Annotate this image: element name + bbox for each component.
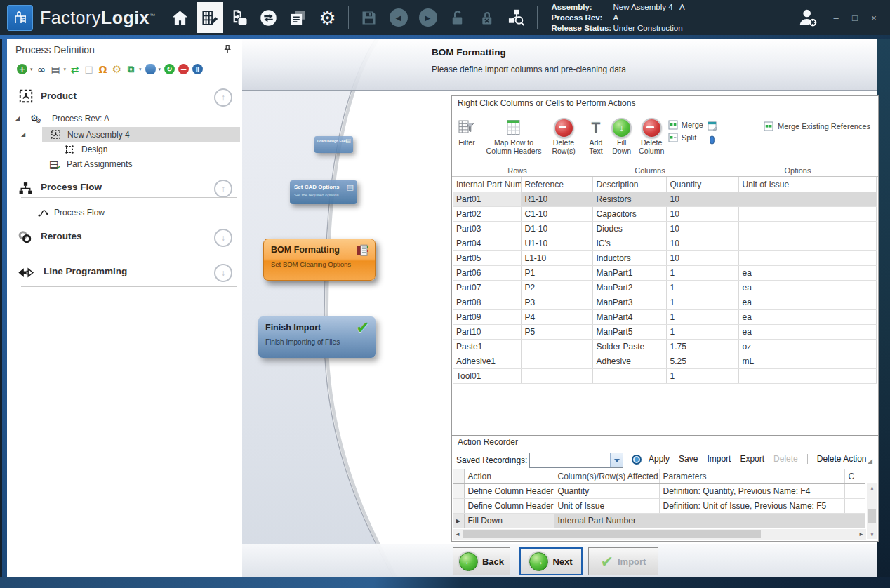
cell[interactable]: 1	[666, 266, 738, 281]
cell[interactable]: Define Column Header	[464, 499, 554, 514]
save-link[interactable]: Save	[679, 454, 698, 464]
cell[interactable]: 1.75	[666, 340, 738, 354]
table-row[interactable]: Part07P2ManPart21ea	[453, 281, 877, 295]
presentation-icon[interactable]: □	[84, 64, 94, 74]
delete-link[interactable]: Delete	[773, 454, 798, 464]
merge-existing-references-button[interactable]: Merge Existing References	[717, 116, 870, 131]
cell[interactable]: C1-10	[521, 207, 592, 222]
section-line-programming[interactable]: Line Programming ↓	[7, 262, 242, 283]
cell[interactable]: Part08	[453, 295, 521, 310]
cell[interactable]: Unit of Issue	[554, 499, 659, 514]
split-button[interactable]: Split	[668, 133, 703, 142]
cell[interactable]	[816, 207, 877, 222]
cell[interactable]	[521, 369, 592, 384]
cell[interactable]: Definition: Quantity, Previous Name: F4	[659, 484, 844, 499]
database-icon[interactable]	[145, 64, 156, 74]
cell[interactable]: 10	[666, 207, 738, 222]
cell[interactable]: 10	[666, 251, 738, 266]
column-header[interactable]: Unit of Issue	[738, 177, 816, 192]
cell[interactable]	[816, 310, 877, 325]
column-header[interactable]: Internal Part Numb...	[453, 177, 521, 192]
table-row[interactable]: Part08P3ManPart31ea	[453, 295, 877, 310]
add-icon[interactable]: +	[17, 64, 27, 74]
cell[interactable]: 1	[666, 281, 738, 295]
cell[interactable]	[738, 369, 816, 384]
add-text-button[interactable]: T Add Text	[583, 116, 609, 155]
cell[interactable]: ManPart4	[592, 310, 666, 325]
cell[interactable]: ManPart2	[592, 281, 666, 295]
settings-gear-icon[interactable]: ⚙	[314, 2, 341, 33]
history-icon[interactable]	[708, 135, 717, 145]
refresh-icon[interactable]: ↻	[164, 64, 175, 74]
column-header[interactable]: Reference	[521, 177, 592, 192]
find-icon[interactable]: ∞	[36, 64, 47, 74]
cell[interactable]: P2	[521, 281, 592, 295]
scroll-up-icon[interactable]: ∧	[867, 483, 877, 493]
tree-item-part-assignments[interactable]: ▤✔ Part Assignments	[7, 156, 242, 171]
back-icon[interactable]: ◄	[385, 2, 412, 33]
cell[interactable]	[816, 281, 877, 295]
map-row-to-column-headers-button[interactable]: Map Row to Column Headers	[481, 116, 546, 155]
cell[interactable]	[738, 192, 816, 207]
cell[interactable]	[592, 369, 666, 384]
cell[interactable]	[816, 222, 877, 236]
column-header[interactable]: Column(s)/Row(s) Affected	[554, 469, 659, 484]
section-product[interactable]: Product ↑	[7, 86, 242, 107]
cell[interactable]: ea	[738, 281, 816, 295]
scroll-thumb[interactable]	[463, 530, 761, 538]
alert-bell-icon[interactable]: Ω	[98, 64, 108, 74]
back-button[interactable]: ← Back	[453, 547, 510, 575]
cell[interactable]: 1	[666, 369, 738, 384]
table-row[interactable]: Paste1Solder Paste1.75oz	[453, 340, 877, 354]
cell[interactable]: Internal Part Number	[554, 514, 659, 528]
cell[interactable]: Paste1	[453, 340, 521, 354]
cell[interactable]: D1-10	[521, 222, 592, 236]
data-import-icon[interactable]	[226, 2, 253, 33]
next-button[interactable]: → Next	[519, 547, 583, 575]
cell[interactable]	[844, 484, 865, 499]
cell[interactable]: ManPart1	[592, 266, 666, 281]
cell[interactable]: 1	[666, 325, 738, 340]
cell[interactable]: Part05	[453, 251, 521, 266]
gear-icon[interactable]: ⚙	[112, 64, 122, 74]
cell[interactable]: ManPart3	[592, 295, 666, 310]
scroll-right-icon[interactable]: ►	[856, 529, 866, 540]
cell[interactable]	[521, 354, 592, 369]
maximize-button[interactable]: □	[849, 13, 861, 23]
column-header[interactable]: Quantity	[666, 177, 738, 192]
cell[interactable]: Solder Paste	[592, 340, 666, 354]
table-row[interactable]: Part04U1-10IC's10	[453, 236, 877, 251]
column-header[interactable]: Action	[464, 469, 554, 484]
table-row[interactable]: Part10P5ManPart51ea	[453, 325, 877, 340]
delete-column-button[interactable]: Delete Column	[635, 116, 668, 155]
cell[interactable]: ea	[738, 295, 816, 310]
chevron-down-icon[interactable]: ▾	[64, 67, 67, 72]
scroll-down-icon[interactable]: ∨	[867, 529, 877, 539]
filter-button[interactable]: Filter	[452, 116, 481, 147]
fill-down-button[interactable]: ↓ Fill Down	[609, 116, 635, 155]
collapse-up-icon[interactable]: ↑	[214, 180, 232, 198]
collapse-up-icon[interactable]: ↑	[214, 88, 232, 107]
saved-recordings-select[interactable]	[529, 453, 623, 468]
column-header[interactable]: Description	[592, 177, 666, 192]
table-row[interactable]: Adhesive1Adhesive5.25mL	[453, 354, 877, 369]
home-icon[interactable]	[167, 2, 194, 33]
expander-icon[interactable]: ◢	[21, 131, 25, 138]
horizontal-scrollbar[interactable]: ◄ ►	[453, 529, 866, 540]
scroll-left-icon[interactable]: ◄	[453, 529, 463, 540]
section-process-flow[interactable]: Process Flow ↑	[7, 178, 242, 199]
cell[interactable]: 10	[666, 236, 738, 251]
cell[interactable]: P3	[521, 295, 592, 310]
cell[interactable]: Resistors	[592, 192, 666, 207]
table-row[interactable]: Part06P1ManPart11ea	[453, 266, 877, 281]
table-row[interactable]: Define Column HeaderUnit of IssueDefinit…	[453, 499, 865, 514]
delete-action-link[interactable]: Delete Action	[817, 454, 867, 464]
cell[interactable]: P1	[521, 266, 592, 281]
cell[interactable]	[738, 236, 816, 251]
cell[interactable]: Part06	[453, 266, 521, 281]
expander-icon[interactable]: ◢	[15, 115, 20, 121]
cell[interactable]	[816, 325, 877, 340]
chevron-down-icon[interactable]: ▾	[159, 67, 161, 72]
cell[interactable]: ea	[738, 310, 816, 325]
save-icon[interactable]	[356, 2, 383, 33]
